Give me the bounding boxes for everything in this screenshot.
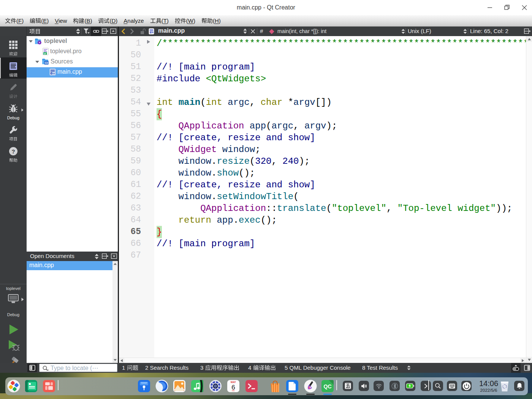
svg-text:?: ? [11,148,15,155]
svg-text:qt: qt [44,52,46,55]
svg-text:MAY: MAY [231,381,236,383]
svg-text:e: e [51,71,53,75]
svg-text:C: C [45,61,47,65]
svg-text:e»: e» [150,30,154,34]
svg-text:FRI: FRI [232,390,234,392]
svg-text:QC: QC [324,383,332,390]
